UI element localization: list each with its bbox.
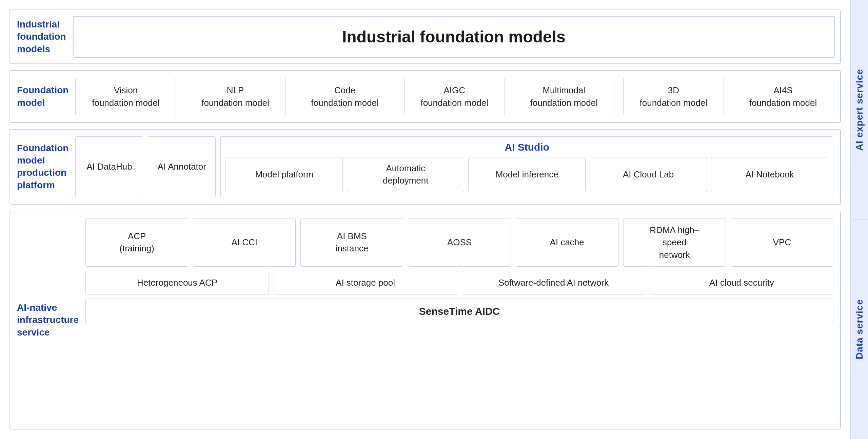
ai-studio-boxes: Model platform Automaticdeployment Model… bbox=[225, 157, 828, 192]
ifm-section: Industrial foundation models Industrial … bbox=[9, 9, 841, 64]
ai-bms-box: AI BMSinstance bbox=[300, 218, 403, 267]
datahub-label: AI DataHub bbox=[86, 160, 132, 173]
model-platform-box: Model platform bbox=[225, 157, 343, 192]
fm-box-multimodal: Multimodalfoundation model bbox=[514, 78, 614, 115]
software-defined-network-box: Software-defined AI network bbox=[462, 271, 645, 294]
ai-storage-pool-box: AI storage pool bbox=[274, 271, 457, 294]
ai-studio-container: AI Studio Model platform Automaticdeploy… bbox=[220, 136, 833, 197]
fm-box-vision: Visionfoundation model bbox=[75, 78, 176, 115]
fm-label: Foundation model bbox=[10, 71, 75, 122]
infra-section-label: AI-native infrastructure service bbox=[17, 302, 79, 339]
fm-section-label: Foundation model bbox=[17, 84, 68, 109]
prod-label: Foundation model production platform bbox=[10, 130, 75, 204]
heterogeneous-acp-box: Heterogeneous ACP bbox=[85, 271, 269, 294]
vpc-box: VPC bbox=[731, 218, 833, 267]
fm-box-nlp: NLPfoundation model bbox=[185, 78, 285, 115]
annotator-label: AI Annotator bbox=[158, 160, 206, 173]
ai-notebook-box: AI Notebook bbox=[711, 157, 828, 192]
aidc-box: SenseTime AIDC bbox=[85, 299, 833, 324]
ai-studio-title: AI Studio bbox=[225, 141, 828, 153]
fm-section: Foundation model Visionfoundation model … bbox=[9, 70, 841, 123]
ai-cci-box: AI CCI bbox=[193, 218, 296, 267]
sidebar-top: AI expert service bbox=[851, 0, 868, 220]
model-inference-box: Model inference bbox=[468, 157, 586, 192]
acp-training-box: ACP(training) bbox=[85, 218, 188, 267]
main-content: Industrial foundation models Industrial … bbox=[0, 0, 850, 439]
fm-box-aigc: AIGCfoundation model bbox=[404, 78, 505, 115]
infra-row1: ACP(training) AI CCI AI BMSinstance AOSS… bbox=[85, 218, 833, 267]
auto-deploy-box: Automaticdeployment bbox=[347, 157, 464, 192]
ai-cloud-security-box: AI cloud security bbox=[650, 271, 833, 294]
infra-row2: Heterogeneous ACP AI storage pool Softwa… bbox=[85, 271, 833, 294]
infra-label: AI-native infrastructure service bbox=[10, 211, 85, 429]
ifm-label: Industrial foundation models bbox=[10, 10, 73, 63]
infra-section: AI-native infrastructure service ACP(tra… bbox=[9, 211, 841, 430]
sidebar-bottom: Data service bbox=[851, 220, 868, 439]
ifm-section-label: Industrial foundation models bbox=[17, 18, 66, 55]
fm-box-3d: 3Dfoundation model bbox=[623, 78, 724, 115]
aidc-label: SenseTime AIDC bbox=[419, 306, 500, 317]
aoss-box: AOSS bbox=[408, 218, 511, 267]
ai-cache-box: AI cache bbox=[516, 218, 618, 267]
fm-box-code: Codefoundation model bbox=[295, 78, 395, 115]
sidebar-top-label: AI expert service bbox=[854, 69, 865, 151]
prod-section-label: Foundation model production platform bbox=[17, 142, 68, 192]
prod-section: Foundation model production platform AI … bbox=[9, 129, 841, 205]
right-sidebar: AI expert service Data service bbox=[850, 0, 868, 439]
ai-cloud-lab-box: AI Cloud Lab bbox=[590, 157, 707, 192]
sidebar-bottom-label: Data service bbox=[854, 299, 865, 359]
rdma-box: RDMA high–speednetwork bbox=[623, 218, 726, 267]
datahub-box: AI DataHub bbox=[75, 136, 143, 197]
fm-box-ai4s: AI4Sfoundation model bbox=[733, 78, 833, 115]
ifm-title: Industrial foundation models bbox=[342, 27, 566, 46]
annotator-box: AI Annotator bbox=[148, 136, 216, 197]
